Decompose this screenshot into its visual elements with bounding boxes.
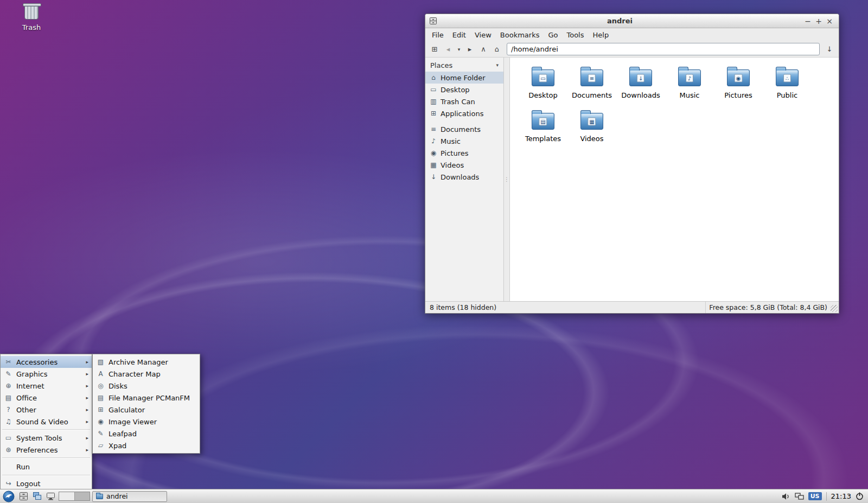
system-tools-icon: ▭: [4, 434, 12, 442]
sidebar-item-label: Trash Can: [441, 98, 475, 106]
sidebar-item-pictures[interactable]: ◉ Pictures: [425, 147, 503, 159]
menu-tools[interactable]: Tools: [562, 30, 588, 40]
submenu-item-xpad[interactable]: ▱ Xpad: [93, 440, 200, 451]
file-manager-launcher[interactable]: [18, 491, 29, 502]
up-icon[interactable]: ∧: [477, 43, 490, 56]
submenu-item-archive-manager[interactable]: ▧ Archive Manager: [93, 356, 200, 368]
home-icon[interactable]: ⌂: [490, 43, 503, 56]
pager-desktop-1[interactable]: [59, 492, 75, 500]
close-button[interactable]: ×: [824, 16, 835, 27]
menu-edit[interactable]: Edit: [448, 30, 470, 40]
videos-icon: ▦: [430, 161, 437, 169]
display-layout-icon[interactable]: [795, 493, 804, 500]
menu-item-internet[interactable]: ⊕ Internet ▸: [1, 380, 92, 392]
logout-icon: ↪: [4, 480, 12, 487]
sidebar-item-label: Pictures: [441, 149, 468, 157]
submenu-item-disks[interactable]: ◎ Disks: [93, 380, 200, 392]
keyboard-layout-indicator[interactable]: US: [808, 492, 822, 500]
window-title: andrei: [437, 17, 802, 25]
menu-separator: [2, 429, 90, 430]
pane-splitter[interactable]: ⋮: [504, 58, 510, 301]
submenu-item-galculator[interactable]: ⊞ Galculator: [93, 404, 200, 416]
file-manager-window: andrei − + × File Edit View Bookmarks Go…: [425, 14, 839, 314]
accessories-submenu: ▧ Archive Manager A Character Map ◎ Disk…: [92, 354, 200, 454]
character-map-icon: A: [97, 370, 105, 378]
sidebar-item-desktop[interactable]: ▭ Desktop: [425, 84, 503, 95]
folder-music[interactable]: ♪ Music: [665, 64, 714, 107]
window-titlebar[interactable]: andrei − + ×: [425, 14, 839, 28]
submenu-arrow-icon: ▸: [86, 383, 88, 389]
sidebar-item-trash-can[interactable]: ▥ Trash Can: [425, 95, 503, 107]
accessories-icon: ✂: [4, 358, 12, 366]
sidebar-item-home-folder[interactable]: ⌂ Home Folder: [425, 72, 503, 84]
menu-item-graphics[interactable]: ✎ Graphics ▸: [1, 368, 92, 380]
submenu-item-leafpad[interactable]: ✎ Leafpad: [93, 428, 200, 440]
path-input[interactable]: [507, 43, 820, 55]
sidebar-item-applications[interactable]: ⊞ Applications: [425, 107, 503, 119]
new-tab-icon[interactable]: ⊞: [428, 43, 441, 56]
desktop-trash-icon[interactable]: Trash: [16, 5, 47, 31]
show-desktop-button[interactable]: [45, 491, 56, 502]
pager-desktop-2[interactable]: [75, 492, 90, 500]
submenu-arrow-icon: ▸: [86, 395, 88, 400]
clock[interactable]: 21:13: [831, 492, 851, 500]
jump-to-icon[interactable]: ↓: [823, 43, 836, 56]
menu-file[interactable]: File: [427, 30, 448, 40]
submenu-item-image-viewer[interactable]: ◉ Image Viewer: [93, 416, 200, 428]
menu-help[interactable]: Help: [589, 30, 614, 40]
menubar: File Edit View Bookmarks Go Tools Help: [425, 28, 839, 41]
trash-icon: ▥: [430, 98, 437, 105]
sidebar-item-documents[interactable]: ≡ Documents: [425, 123, 503, 135]
applications-icon: ⊞: [430, 110, 437, 117]
file-label: Pictures: [724, 91, 752, 99]
folder-public[interactable]: ∴ Public: [763, 64, 812, 107]
resize-grip[interactable]: [831, 305, 838, 312]
back-icon[interactable]: ◂: [442, 43, 455, 56]
folder-templates[interactable]: ▤ Templates: [519, 107, 567, 151]
music-icon: ♪: [430, 137, 437, 145]
folder-icon: ▭: [532, 69, 554, 86]
menu-item-logout[interactable]: ↪ Logout: [1, 477, 92, 489]
windows-launcher[interactable]: [31, 491, 43, 502]
menu-view[interactable]: View: [470, 30, 496, 40]
menu-item-accessories[interactable]: ✂ Accessories ▸: [1, 356, 92, 368]
minimize-button[interactable]: −: [802, 16, 813, 27]
volume-icon[interactable]: [782, 493, 790, 500]
folder-pictures[interactable]: ◉ Pictures: [714, 64, 763, 107]
menu-item-run[interactable]: Run: [1, 460, 92, 473]
submenu-arrow-icon: ▸: [86, 359, 88, 365]
sidebar-item-music[interactable]: ♪ Music: [425, 135, 503, 147]
folder-videos[interactable]: ▦ Videos: [567, 107, 616, 151]
back-history-icon[interactable]: ▾: [455, 43, 463, 56]
folder-documents[interactable]: ≡ Documents: [567, 64, 616, 107]
folder-desktop[interactable]: ▭ Desktop: [519, 64, 567, 107]
trash-label: Trash: [16, 23, 47, 31]
pictures-emblem-icon: ◉: [735, 74, 743, 82]
menu-item-preferences[interactable]: ⊛ Preferences ▸: [1, 444, 92, 456]
menu-bookmarks[interactable]: Bookmarks: [496, 30, 544, 40]
sidebar-item-label: Music: [441, 137, 461, 145]
desktop-pager[interactable]: [59, 492, 90, 501]
menu-item-other[interactable]: ? Other ▸: [1, 404, 92, 416]
system-tray: US 21:13: [782, 492, 866, 501]
menu-item-system-tools[interactable]: ▭ System Tools ▸: [1, 432, 92, 444]
sidebar-item-label: Home Folder: [441, 74, 486, 82]
task-button-andrei[interactable]: andrei: [92, 491, 167, 502]
forward-icon[interactable]: ▸: [463, 43, 476, 56]
maximize-button[interactable]: +: [813, 16, 824, 27]
places-dropdown[interactable]: Places ▾: [425, 59, 503, 72]
tray-separator: [826, 492, 827, 501]
start-menu-button[interactable]: [2, 491, 16, 502]
folder-downloads[interactable]: ↓ Downloads: [616, 64, 665, 107]
menu-item-sound-video[interactable]: ♫ Sound & Video ▸: [1, 416, 92, 428]
sidebar-item-downloads[interactable]: ↓ Downloads: [425, 171, 503, 183]
power-icon[interactable]: [856, 492, 864, 500]
file-label: Music: [680, 91, 700, 99]
submenu-item-character-map[interactable]: A Character Map: [93, 368, 200, 380]
sidebar-item-videos[interactable]: ▦ Videos: [425, 159, 503, 171]
free-space-text: Free space: 5,8 GiB (Total: 8,4 GiB): [706, 302, 831, 313]
menu-item-office[interactable]: ▤ Office ▸: [1, 392, 92, 404]
menu-go[interactable]: Go: [544, 30, 562, 40]
submenu-item-file-manager-pcmanfm[interactable]: ▤ File Manager PCManFM: [93, 392, 200, 404]
pictures-icon: ◉: [430, 149, 437, 157]
